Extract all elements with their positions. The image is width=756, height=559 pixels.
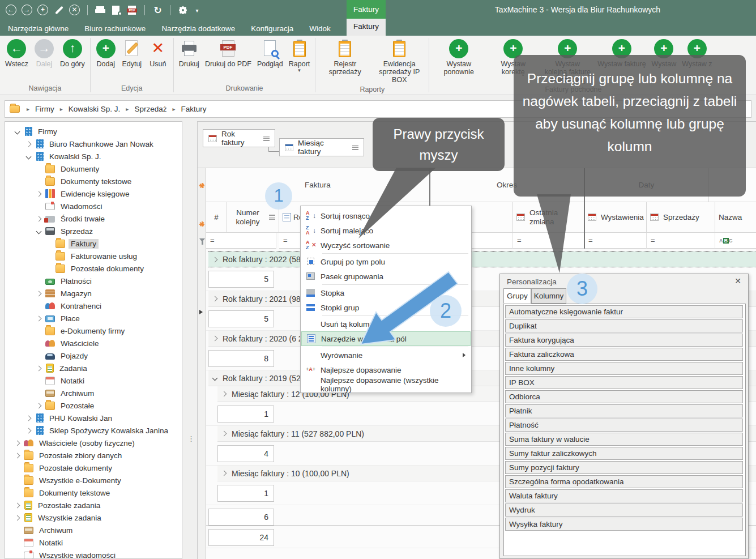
rejestr-sprzedaży-button[interactable]: Rejestr sprzedaży (318, 36, 372, 76)
sidebar-item-firmy[interactable]: Firmy (5, 125, 182, 138)
sidebar-item-wszystkie-zadania[interactable]: Wszystkie zadania (5, 511, 182, 524)
column-header-nazwa[interactable]: Nazwa (715, 202, 756, 233)
chevron-right-icon[interactable] (15, 440, 20, 446)
menu-item-najlepsze-dopasowanie-wszystkie-kolumny[interactable]: Najlepsze dopasowanie (wszystkie kolumny… (301, 377, 471, 392)
sidebar-item-notatki[interactable]: Notatki (5, 536, 182, 549)
dalej-button[interactable]: →Dalej (31, 36, 57, 68)
do-góry-button[interactable]: ↑Do góry (57, 36, 88, 68)
add-icon[interactable]: + (37, 5, 49, 16)
raport-button[interactable]: Raport▾ (286, 36, 313, 72)
pdf-icon[interactable]: PDF (126, 5, 138, 16)
sidebar-item-właściciele-osoby-fizyczne[interactable]: Właściciele (osoby fizyczne) (5, 437, 182, 449)
menu-item-wyczyść-sortowanie[interactable]: AZ✕Wyczyść sortowanie (301, 238, 471, 253)
chevron-right-icon[interactable] (221, 391, 227, 397)
chevron-down-icon[interactable] (212, 375, 218, 381)
filter-cell[interactable]: = (647, 233, 715, 249)
group-chip-miesiąc-faktury[interactable]: Miesiąc faktury (279, 138, 364, 156)
chevron-right-icon[interactable] (15, 515, 20, 520)
sidebar-item-pozostałe-dokumenty[interactable]: Pozostałe dokumenty (5, 262, 182, 275)
wstecz-button[interactable]: ←Wstecz (2, 36, 31, 68)
sidebar-item-kontrahenci[interactable]: Kontrahenci (5, 300, 182, 312)
sidebar-item-ewidencje-księgowe[interactable]: Ewidencje księgowe (5, 187, 182, 200)
chevron-right-icon[interactable] (26, 428, 32, 433)
field-group-item-płatność[interactable]: Płatność (505, 419, 743, 432)
sidebar-item-płatności[interactable]: Płatności (5, 275, 182, 287)
sidebar-item-dokumenty-tekstowe[interactable]: Dokumenty tekstowe (5, 487, 182, 499)
chevron-down-icon[interactable] (36, 228, 42, 234)
band-faktura[interactable]: Faktura (206, 168, 430, 202)
dodaj-button[interactable]: +Dodaj (93, 36, 119, 68)
print-icon[interactable] (95, 5, 106, 16)
chevron-right-icon[interactable] (36, 191, 42, 197)
sidebar-item-dokumenty-tekstowe[interactable]: Dokumenty tekstowe (5, 175, 182, 187)
sidebar-item-archiwum[interactable]: Archiwum (5, 524, 182, 536)
wystaw-ponownie-button[interactable]: +Wystaw ponownie (432, 36, 486, 76)
sidebar-item-pozostałe[interactable]: Pozostałe (5, 399, 182, 412)
chevron-right-icon[interactable] (212, 257, 218, 262)
chevron-right-icon[interactable] (221, 471, 227, 476)
menu-item-sortuj-malejąco[interactable]: AZ↓Sortuj malejąco (301, 223, 471, 238)
group-chip-rok-faktury[interactable]: Rok faktury (203, 129, 275, 147)
menu-narzędzia-główne[interactable]: Narzędzia główne (8, 24, 69, 33)
ewidencja-sprzedaży-ip-box-button[interactable]: Ewidencja sprzedaży IP BOX (372, 36, 426, 84)
chevron-down-icon[interactable] (15, 129, 20, 134)
splitter-handle[interactable]: ⋮ (187, 437, 195, 440)
sidebar-item-wszystkie-e-dokumenty[interactable]: Wszystkie e-Dokumenty (5, 474, 182, 487)
menu-item-grupuj-po-tym-polu[interactable]: Grupuj po tym polu (301, 254, 471, 269)
drukuj-do-pdf-button[interactable]: PDFDrukuj do PDF (202, 36, 254, 68)
menu-item-wyrównanie[interactable]: Wyrównanie (301, 348, 471, 362)
breadcrumb-item-kowalski-sp-j[interactable]: Kowalski Sp. J. (69, 105, 121, 113)
chevron-right-icon[interactable] (212, 296, 218, 302)
chevron-right-icon[interactable] (36, 403, 42, 408)
sidebar-item-sklep-spożywczy-kowalska-janina[interactable]: Sklep Spożywczy Kowalska Janina (5, 424, 182, 437)
chevron-right-icon[interactable] (36, 216, 42, 221)
top-tab-faktury[interactable]: Faktury (347, 0, 386, 19)
filter-cell[interactable]: ABC (715, 233, 756, 249)
chevron-right-icon[interactable] (36, 291, 42, 296)
caret-down-icon[interactable]: ▾ (193, 5, 205, 16)
sidebar-item-pozostałe-dokumenty[interactable]: Pozostałe dokumenty (5, 462, 182, 474)
usuń-button[interactable]: ✕Usuń (145, 36, 171, 68)
ribbon-tab-faktury[interactable]: Faktury (347, 19, 386, 36)
sidebar-item-pozostałe-zadania[interactable]: Pozostałe zadania (5, 499, 182, 511)
sidebar-item-środki-trwałe[interactable]: Środki trwałe (5, 212, 182, 225)
field-group-item-sumy-faktur-zaliczkowych[interactable]: Sumy faktur zaliczkowych (505, 447, 743, 460)
back-icon[interactable]: ← (6, 5, 18, 16)
filter-cell[interactable]: = (513, 233, 584, 249)
column-header-ostatnia-zmiana[interactable]: Ostatnia zmiana (513, 202, 584, 233)
forward-icon[interactable]: → (22, 5, 33, 16)
edytuj-button[interactable]: Edytuj (119, 36, 145, 68)
close-icon[interactable]: ✕ (733, 276, 742, 285)
sidebar-item-magazyn[interactable]: Magazyn (5, 287, 182, 300)
podgląd-button[interactable]: Podgląd (254, 36, 286, 68)
field-group-item-waluta-faktury[interactable]: Waluta faktury (505, 489, 743, 502)
chevron-right-icon[interactable] (15, 502, 20, 508)
chevron-right-icon[interactable] (36, 315, 42, 321)
filter-cell[interactable]: = (206, 233, 276, 249)
sidebar-item-sprzedaż[interactable]: Sprzedaż (5, 225, 182, 237)
field-group-item-duplikat[interactable]: Duplikat (505, 319, 743, 332)
menu-item-sortuj-rosnąco[interactable]: AZ↓Sortuj rosnąco (301, 208, 471, 223)
chevron-right-icon[interactable] (212, 336, 218, 342)
sidebar-item-notatki[interactable]: Notatki (5, 374, 182, 387)
sidebar-item-e-dokumenty-firmy[interactable]: e-Dokumenty firmy (5, 325, 182, 337)
chevron-down-icon[interactable] (26, 153, 32, 159)
menu-konfiguracja[interactable]: Konfiguracja (251, 24, 293, 33)
refresh-icon[interactable]: ↻ (152, 5, 164, 16)
field-group-item-płatnik[interactable]: Płatnik (505, 404, 743, 417)
sidebar-item-wiadomości[interactable]: Wiadomości (5, 200, 182, 212)
field-group-item-odbiorca[interactable]: Odbiorca (505, 390, 743, 403)
column-header-sprzedaży[interactable]: Sprzedaży (647, 202, 715, 233)
sidebar-item-kowalski-sp-j[interactable]: Kowalski Sp. J. (5, 150, 182, 163)
field-group-item-suma-faktury-w-walucie[interactable]: Suma faktury w walucie (505, 433, 743, 446)
menu-item-narzędzie-wybierania-pól[interactable]: Narzędzie wybierania pól (301, 331, 471, 346)
column-header-wystawienia[interactable]: Wystawienia (584, 202, 647, 233)
menu-widok[interactable]: Widok (309, 24, 331, 33)
close-icon[interactable]: ✕ (69, 5, 81, 16)
breadcrumb-item-sprzedaż[interactable]: Sprzedaż (134, 105, 166, 113)
chevron-right-icon[interactable] (26, 415, 32, 421)
chevron-right-icon[interactable] (36, 365, 42, 371)
field-group-item-faktura-zaliczkowa[interactable]: Faktura zaliczkowa (505, 348, 743, 361)
field-group-item-szczególna-forma-opodatkowania[interactable]: Szczególna forma opodatkowania (505, 475, 743, 488)
sidebar-item-faktury[interactable]: Faktury (5, 237, 182, 250)
